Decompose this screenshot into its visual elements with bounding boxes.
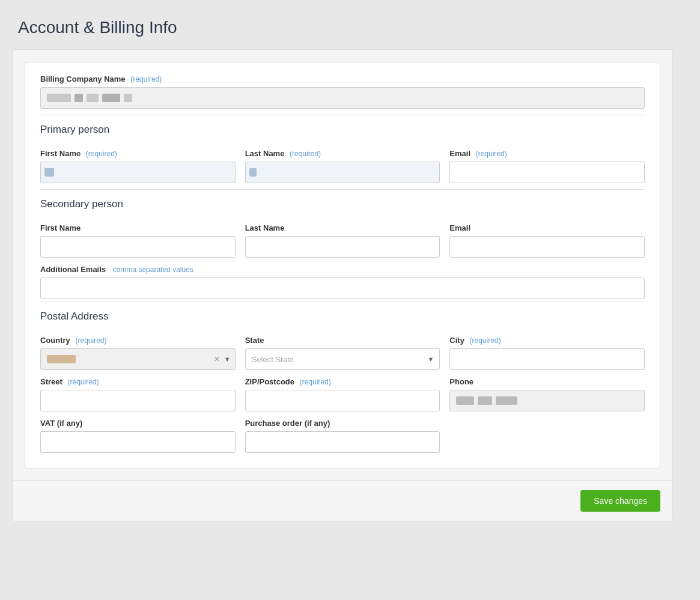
mask-1 — [47, 94, 71, 102]
outer-card: Billing Company Name (required) Primary … — [12, 49, 673, 521]
phone-mask-2 — [478, 396, 492, 405]
primary-email-field: Email (required) — [449, 149, 645, 183]
phone-field: Phone — [449, 377, 645, 411]
primary-email-input[interactable] — [449, 162, 645, 183]
secondary-last-name-input[interactable] — [245, 236, 440, 258]
city-input[interactable] — [449, 348, 645, 370]
phone-mask-3 — [496, 396, 517, 405]
secondary-person-heading: Secondary person — [40, 189, 645, 216]
additional-emails-input[interactable] — [40, 277, 645, 299]
po-field: Purchase order (if any) — [245, 419, 440, 453]
mask-4 — [102, 94, 120, 102]
po-input[interactable] — [245, 431, 440, 453]
additional-emails-section: Additional Emails comma separated values — [40, 265, 645, 299]
billing-company-section: Billing Company Name (required) — [40, 74, 645, 109]
lname-mask — [249, 168, 257, 177]
secondary-first-name-field: First Name — [40, 223, 236, 258]
zip-input[interactable] — [245, 390, 440, 411]
city-label: City (required) — [449, 336, 645, 345]
zip-field: ZIP/Postcode (required) — [245, 377, 440, 411]
secondary-last-name-field: Last Name — [245, 223, 440, 258]
country-field: Country (required) ✕ ▼ — [40, 336, 236, 370]
primary-last-name-field: Last Name (required) — [245, 149, 440, 183]
billing-company-input[interactable] — [40, 87, 645, 109]
vat-field: VAT (if any) — [40, 419, 236, 453]
form-card: Billing Company Name (required) Primary … — [25, 62, 660, 468]
secondary-email-input[interactable] — [449, 236, 645, 258]
additional-emails-label: Additional Emails comma separated values — [40, 265, 645, 274]
vat-input[interactable] — [40, 431, 236, 453]
spacer — [449, 419, 645, 453]
secondary-person-row: First Name Last Name Email — [40, 223, 645, 258]
postal-address-heading: Postal Address — [40, 302, 645, 329]
primary-person-heading: Primary person — [40, 115, 645, 142]
country-select-display[interactable] — [40, 348, 236, 370]
address-row-1: Country (required) ✕ ▼ State Select Stat… — [40, 336, 645, 370]
secondary-email-field: Email — [449, 223, 645, 258]
mask-3 — [87, 94, 99, 102]
country-select-wrapper: ✕ ▼ — [40, 348, 236, 370]
street-label: Street (required) — [40, 377, 236, 386]
country-dropdown-icon[interactable]: ▼ — [224, 356, 231, 363]
fname-mask — [44, 168, 54, 177]
primary-first-name-field: First Name (required) — [40, 149, 236, 183]
primary-last-name-label: Last Name (required) — [245, 149, 440, 158]
footer-bar: Save changes — [13, 480, 672, 521]
primary-first-name-label: First Name (required) — [40, 149, 236, 158]
country-clear-icon[interactable]: ✕ — [214, 355, 220, 363]
phone-mask-1 — [456, 396, 474, 405]
country-label: Country (required) — [40, 336, 236, 345]
secondary-email-label: Email — [449, 223, 645, 232]
address-row-2: Street (required) ZIP/Postcode (required… — [40, 377, 645, 411]
mask-5 — [124, 94, 132, 102]
state-field: State Select State ▼ — [245, 336, 440, 370]
primary-first-name-input[interactable] — [40, 162, 236, 183]
street-field: Street (required) — [40, 377, 236, 411]
secondary-last-name-label: Last Name — [245, 223, 440, 232]
secondary-first-name-input[interactable] — [40, 236, 236, 258]
mask-2 — [75, 94, 83, 102]
po-label: Purchase order (if any) — [245, 419, 440, 428]
primary-person-row: First Name (required) Last Name (require… — [40, 149, 645, 183]
state-select-wrapper: Select State ▼ — [245, 348, 440, 370]
street-input[interactable] — [40, 390, 236, 411]
zip-label: ZIP/Postcode (required) — [245, 377, 440, 386]
phone-label: Phone — [449, 377, 645, 386]
phone-input[interactable] — [449, 390, 645, 411]
state-select[interactable]: Select State — [245, 348, 440, 370]
save-button[interactable]: Save changes — [580, 490, 660, 512]
page-title: Account & Billing Info — [18, 18, 688, 37]
vat-label: VAT (if any) — [40, 419, 236, 428]
primary-email-label: Email (required) — [449, 149, 645, 158]
secondary-first-name-label: First Name — [40, 223, 236, 232]
billing-company-label: Billing Company Name (required) — [40, 74, 645, 83]
city-field: City (required) — [449, 336, 645, 370]
state-label: State — [245, 336, 440, 345]
country-mask — [47, 355, 76, 363]
address-row-3: VAT (if any) Purchase order (if any) — [40, 419, 645, 453]
primary-last-name-input[interactable] — [245, 162, 440, 183]
